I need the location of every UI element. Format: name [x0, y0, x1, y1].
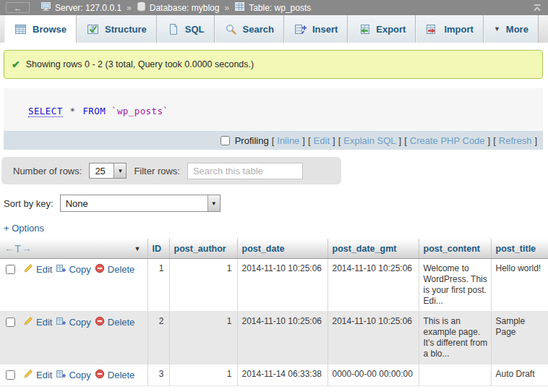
- bracket: ]: [399, 135, 402, 146]
- filter-rows-input[interactable]: [187, 163, 303, 179]
- tab-label: SQL: [185, 24, 205, 35]
- tab-label: Search: [243, 24, 274, 35]
- bracket: [: [308, 135, 311, 146]
- delete-icon: [95, 369, 105, 381]
- cell-id: 3: [147, 365, 169, 386]
- tab-label: Browse: [33, 24, 67, 35]
- column-order-marker[interactable]: ←T→: [4, 243, 31, 254]
- row-checkbox[interactable]: [6, 265, 15, 274]
- delete-action[interactable]: Delete: [95, 316, 135, 328]
- breadcrumb-table[interactable]: Table: wp_posts: [249, 3, 311, 13]
- tab-bar: Browse Structure SQL Search Insert Expor…: [0, 15, 548, 43]
- inline-link[interactable]: Inline: [277, 135, 299, 146]
- edit-action[interactable]: Edit: [23, 263, 52, 276]
- explain-sql-link[interactable]: Explain SQL: [343, 135, 395, 146]
- dropdown-arrow-icon: ▼: [207, 195, 220, 211]
- tab-browse[interactable]: Browse: [4, 15, 77, 43]
- options-toggle[interactable]: + Options: [4, 223, 44, 234]
- header-row: ←T→ ▼ ID post_author post_date post_date…: [0, 239, 548, 259]
- pencil-icon: [23, 369, 33, 381]
- cell-post-content: This is an example page. It's different …: [419, 312, 491, 365]
- sort-by-key-select[interactable]: None ▼: [60, 195, 221, 212]
- result-message-text: Showing rows 0 - 2 (3 total, Query took …: [26, 59, 254, 69]
- column-header-id[interactable]: ID: [147, 239, 169, 259]
- edit-action[interactable]: Edit: [23, 316, 52, 328]
- cell-post-title: Auto Draft: [491, 365, 548, 386]
- tab-label: Insert: [312, 24, 338, 35]
- sort-by-key-label: Sort by key:: [4, 198, 53, 209]
- tab-more[interactable]: ▼ More: [484, 15, 539, 43]
- cell-post-content: Welcome to WordPress. This is your first…: [419, 259, 491, 312]
- cell-post-date-gmt: 2014-11-10 10:25:06: [327, 312, 419, 365]
- breadcrumb-server[interactable]: Server: 127.0.0.1: [55, 3, 121, 13]
- copy-icon: [56, 316, 66, 328]
- create-php-code-link[interactable]: Create PHP Code: [410, 135, 485, 146]
- chevron-down-icon: ▼: [494, 25, 500, 33]
- bracket: [: [272, 135, 275, 146]
- tab-label: Structure: [105, 24, 147, 35]
- pencil-icon: [23, 263, 33, 276]
- column-header-post-date-gmt[interactable]: post_date_gmt: [327, 239, 419, 259]
- cell-post-date-gmt: 0000-00-00 00:00:00: [327, 365, 419, 386]
- column-header-post-author[interactable]: post_author: [169, 239, 237, 259]
- bracket: ]: [488, 135, 491, 146]
- breadcrumb-database[interactable]: Database: myblog: [150, 3, 220, 13]
- sort-by-key-value: None: [61, 195, 207, 211]
- number-of-rows-select[interactable]: 25 ▼: [89, 163, 127, 179]
- bracket: ]: [534, 135, 537, 146]
- pencil-icon: [23, 316, 33, 328]
- tab-import[interactable]: Import: [416, 15, 483, 43]
- profiling-checkbox[interactable]: [221, 136, 230, 145]
- column-header-post-content[interactable]: post_content: [419, 239, 491, 259]
- delete-action[interactable]: Delete: [95, 263, 135, 276]
- column-header-post-title[interactable]: post_title: [491, 239, 548, 259]
- refresh-link[interactable]: Refresh: [499, 135, 532, 146]
- table-row: Edit Copy Delete 1 1 2014-11-10 10:25:06…: [0, 259, 548, 312]
- tab-structure[interactable]: Structure: [77, 15, 157, 43]
- database-icon: [137, 1, 146, 14]
- copy-icon: [56, 263, 66, 276]
- tab-search[interactable]: Search: [215, 15, 284, 43]
- cell-post-title: Sample Page: [491, 312, 548, 365]
- copy-icon: [56, 369, 66, 381]
- sql-table-identifier: `wp_posts`: [111, 106, 168, 116]
- sort-descending-icon[interactable]: ▼: [134, 245, 141, 252]
- column-marker-header: ←T→ ▼: [0, 239, 147, 259]
- edit-query-link[interactable]: Edit: [314, 135, 330, 146]
- browse-icon: [14, 23, 27, 35]
- column-header-post-date[interactable]: post_date: [237, 239, 327, 259]
- tab-insert[interactable]: Insert: [284, 15, 348, 43]
- bracket: ]: [302, 135, 305, 146]
- import-icon: [426, 23, 438, 35]
- cell-post-date: 2014-11-10 10:25:06: [237, 312, 327, 365]
- table-row: Edit Copy Delete 2 1 2014-11-10 10:25:06…: [0, 312, 548, 365]
- cell-id: 1: [147, 259, 169, 312]
- sql-icon: [167, 23, 179, 35]
- delete-action[interactable]: Delete: [95, 369, 135, 381]
- row-checkbox[interactable]: [6, 370, 15, 380]
- tab-sql[interactable]: SQL: [157, 15, 215, 43]
- cell-id: 2: [147, 312, 169, 365]
- cell-post-author: 1: [169, 365, 237, 386]
- delete-icon: [95, 263, 105, 276]
- back-arrow-icon: ←: [14, 4, 22, 12]
- delete-icon: [95, 316, 105, 328]
- bracket: [: [338, 135, 341, 146]
- bracket: [: [493, 135, 496, 146]
- copy-action[interactable]: Copy: [56, 263, 90, 276]
- sql-query-text: SELECT * FROM `wp_posts`: [4, 88, 543, 131]
- copy-action[interactable]: Copy: [56, 316, 90, 328]
- collapse-panel-icon[interactable]: [532, 3, 542, 13]
- sql-keyword-select: SELECT: [28, 106, 63, 117]
- number-of-rows-value: 25: [90, 163, 114, 178]
- back-button[interactable]: ←: [6, 2, 30, 13]
- filter-rows-label: Filter rows:: [134, 166, 180, 176]
- copy-action[interactable]: Copy: [56, 369, 90, 381]
- tab-label: Import: [444, 24, 473, 35]
- cell-post-date: 2014-11-10 10:25:06: [237, 259, 327, 312]
- row-checkbox[interactable]: [6, 318, 15, 327]
- profiling-label: Profiling: [235, 135, 269, 146]
- edit-action[interactable]: Edit: [23, 369, 52, 381]
- tab-export[interactable]: Export: [348, 15, 416, 43]
- server-icon: [40, 1, 51, 14]
